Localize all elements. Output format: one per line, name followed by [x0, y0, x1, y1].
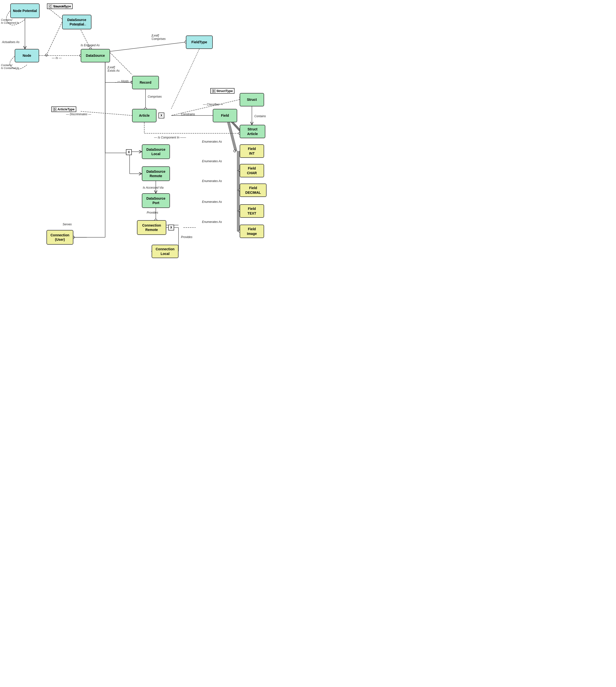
- svg-line-6: [46, 22, 62, 55]
- field-box: Field: [213, 109, 237, 122]
- struct-type-label: StructType: [216, 89, 233, 93]
- actualises-as-label: Actualises As: [2, 40, 20, 44]
- field-image-label: FieldImage: [247, 227, 257, 236]
- connection-local-box: ConnectionLocal: [152, 245, 178, 258]
- diagram-container: Node Potential C SourceType DataSourcePo…: [0, 0, 308, 343]
- enumerates-decimal-label: Enumerates As: [202, 179, 222, 183]
- datasource-local-label: DataSourceLocal: [147, 147, 166, 156]
- article-type-prefix: D: [53, 108, 57, 111]
- svg-line-12: [171, 49, 199, 109]
- datasource-port-box: DataSourcePort: [142, 193, 170, 208]
- constrains-label: Constrains: [181, 112, 195, 116]
- article-type-label-box: D ArticleType: [51, 106, 76, 112]
- source-type-prefix: C: [49, 5, 52, 8]
- classifies-struct-label: — Classifies ⊸: [203, 103, 222, 106]
- node-box: Node: [15, 49, 39, 62]
- leaf-comprises-label: [Leaf]Comprises: [152, 34, 166, 41]
- contains-contained-top-label: Contains/Is Contained In: [1, 18, 19, 24]
- datasource-xor-box: X: [126, 149, 132, 155]
- field-image-box: FieldImage: [240, 224, 264, 238]
- svg-line-11: [110, 42, 186, 51]
- struct-box: Struct: [240, 93, 264, 106]
- datasource-remote-label: DataSourceRemote: [147, 169, 166, 178]
- field-text-box: FieldTEXT: [240, 204, 264, 218]
- node-potential-box: Node Potential: [10, 3, 40, 18]
- field-decimal-box: FieldDECIMAL: [240, 184, 267, 197]
- connection-xor-box: X: [168, 224, 174, 231]
- is-component-in-label: — Is Component In ——: [154, 136, 186, 139]
- article-label: Article: [139, 113, 150, 118]
- enumerates-image-label: Enumerates As: [202, 220, 222, 223]
- discriminates-label: — Discriminates —: [66, 112, 91, 116]
- leaf-exists-as-label: [Leaf]Exists As: [108, 66, 119, 72]
- datasource-local-box: DataSourceLocal: [142, 144, 170, 159]
- is1-label: — Is —: [52, 56, 62, 60]
- record-label: Record: [140, 80, 151, 85]
- connection-user-box: Connection(User): [46, 230, 73, 245]
- node-label: Node: [23, 53, 31, 58]
- node-potential-label: Node Potential: [13, 8, 37, 13]
- is2-label: — Is ——: [73, 23, 86, 27]
- datasource-label: DataSource: [86, 53, 105, 58]
- field-text-label: FieldTEXT: [247, 207, 256, 215]
- field-char-box: FieldCHAR: [240, 164, 264, 177]
- datasource-port-label: DataSourcePort: [147, 196, 166, 205]
- connection-remote-box: ConnectionRemote: [137, 220, 166, 235]
- enumerates-char-label: Enumerates As: [202, 159, 222, 163]
- is-accessed-via-label: Is Accessed Via: [143, 186, 163, 189]
- provides1-label: Provides: [147, 211, 158, 214]
- serves-label: Serves: [63, 223, 72, 226]
- provides2-label: Provides: [181, 235, 193, 239]
- hosts-label: — Hosts ⊸: [117, 80, 132, 83]
- is-engaged-as-label: Is Engaged As: [81, 44, 100, 47]
- field-int-label: FieldINT: [248, 147, 256, 155]
- classifies-label: Classifies: [54, 5, 66, 8]
- article-xor-box: X: [158, 112, 164, 119]
- article-box: Article: [132, 109, 156, 122]
- field-int-box: FieldINT: [240, 144, 264, 158]
- record-box: Record: [132, 76, 159, 89]
- fieldtype-label: FieldType: [192, 40, 207, 44]
- article-type-label: ArticleType: [58, 107, 74, 111]
- enumerates-text-label: Enumerates As: [202, 200, 222, 203]
- contains-contained-bottom-label: Contains/Is Contained In: [1, 64, 19, 69]
- struct-label: Struct: [247, 98, 257, 102]
- connection-local-label: ConnectionLocal: [156, 247, 175, 256]
- comprises-label: Comprises: [148, 95, 162, 98]
- fieldtype-box: FieldType: [186, 36, 213, 49]
- connection-user-label: Connection(User): [51, 233, 69, 242]
- svg-line-5: [49, 8, 62, 19]
- field-label: Field: [221, 113, 229, 118]
- struct-type-label-box: D StructType: [210, 88, 235, 94]
- connection-remote-label: ConnectionRemote: [142, 223, 161, 232]
- contains-struct-label: Contains: [254, 114, 266, 118]
- struct-article-box: StructArticle: [240, 125, 265, 138]
- field-char-label: FieldCHAR: [247, 166, 257, 175]
- datasource-potential-box: DataSourcePotential: [62, 15, 91, 29]
- field-decimal-label: FieldDECIMAL: [245, 186, 261, 194]
- enumerates-int-label: Enumerates As: [202, 140, 222, 143]
- struct-article-label: StructArticle: [247, 127, 258, 136]
- datasource-remote-box: DataSourceRemote: [142, 166, 170, 181]
- datasource-box: DataSource: [81, 49, 110, 62]
- struct-type-prefix: D: [212, 89, 216, 93]
